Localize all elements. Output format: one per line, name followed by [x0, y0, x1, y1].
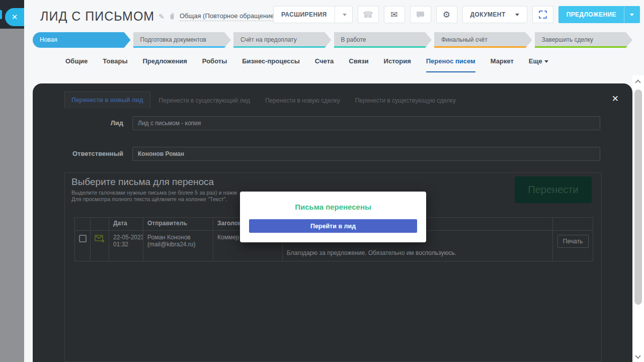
- entity-tabs: ОбщиеТоварыПредложенияРоботыБизнес-проце…: [65, 57, 548, 72]
- tab-Товары[interactable]: Товары: [103, 57, 127, 72]
- background-topbar: ✕: [0, 0, 24, 29]
- background-close-button-sliver: [0, 10, 2, 19]
- stage-Завершить сделку[interactable]: Завершить сделку: [535, 32, 633, 48]
- app-viewport: ✕ Лид с письмом ✎ Общая (Повторное обращ…: [0, 0, 644, 362]
- tab-Перенос писем[interactable]: Перенос писем: [426, 57, 475, 72]
- page-title: Лид с письмом: [40, 9, 154, 24]
- document-button[interactable]: ДОКУМЕНТ: [462, 6, 527, 23]
- tab-История[interactable]: История: [384, 57, 411, 72]
- stage-Новая[interactable]: Новая: [33, 32, 131, 48]
- extensions-button-label[interactable]: РАСШИРЕНИЯ: [274, 7, 335, 23]
- document-button-label[interactable]: ДОКУМЕНТ: [463, 7, 513, 23]
- edit-pencil-icon[interactable]: ✎: [158, 13, 165, 21]
- link-icon[interactable]: [169, 13, 176, 20]
- settings-button[interactable]: ⚙: [436, 6, 457, 23]
- scrollbar[interactable]: [632, 75, 644, 362]
- mail-icon: ✉: [390, 10, 398, 20]
- transfer-tab-Перенести в новую сделку[interactable]: Перенести в новую сделку: [259, 93, 347, 109]
- stage-Подготовка документов[interactable]: Подготовка документов: [133, 32, 231, 48]
- stage-Счёт на предоплату[interactable]: Счёт на предоплату: [233, 32, 332, 48]
- incoming-mail-icon: [95, 234, 105, 243]
- lead-header: Лид с письмом ✎ Общая (Повторное обращен…: [24, 0, 644, 83]
- extensions-button[interactable]: РАСШИРЕНИЯ: [273, 6, 353, 23]
- panel-close-button[interactable]: ✕: [612, 94, 619, 104]
- gear-icon: ⚙: [443, 10, 451, 20]
- scroll-up-arrow[interactable]: [635, 79, 640, 85]
- print-button[interactable]: Печать: [557, 235, 589, 248]
- call-button[interactable]: ☎: [358, 6, 379, 23]
- stage-bar: НоваяПодготовка документовСчёт на предоп…: [33, 32, 632, 48]
- header-checkbox-cell: [75, 218, 91, 231]
- lead-field-label: Лид: [33, 119, 123, 127]
- tab-Бизнес-процессы[interactable]: Бизнес-процессы: [242, 57, 300, 72]
- section-title: Выберите письма для переноса: [71, 176, 214, 188]
- chat-button[interactable]: [410, 6, 431, 23]
- row-date-cell: 22-05-2023 01:32: [109, 231, 143, 261]
- header-actions: РАСШИРЕНИЯ ☎ ✉ ⚙ ДОКУМЕНТ ПРЕДЛОЖЕНИЕ: [273, 6, 640, 23]
- tab-Связи[interactable]: Связи: [349, 57, 368, 72]
- header-sender: Отправитель: [143, 218, 213, 231]
- go-to-lead-button[interactable]: Перейти в лид: [249, 219, 417, 233]
- responsible-input[interactable]: Кононов Роман: [132, 147, 600, 161]
- title-row: Лид с письмом ✎ Общая (Повторное обращен…: [40, 9, 286, 24]
- row-icon-cell: [91, 231, 109, 261]
- responsible-field-label: Ответственный: [33, 150, 123, 157]
- stage-В работе[interactable]: В работе: [334, 32, 432, 48]
- chat-icon: [416, 11, 425, 19]
- tab-Еще[interactable]: Еще: [529, 57, 548, 72]
- chevron-down-icon: [544, 60, 548, 63]
- tab-Счета[interactable]: Счета: [315, 57, 334, 72]
- scroll-down-arrow[interactable]: [635, 353, 640, 358]
- section-hint-line2: Для просмотра полного текста щёлкните на…: [71, 196, 227, 202]
- row-actions-cell: Печать: [553, 231, 593, 261]
- header-icon-cell: [91, 218, 109, 231]
- offer-button-label[interactable]: ПРЕДЛОЖЕНИЕ: [559, 7, 624, 23]
- sender-name: Роман Кононов: [147, 234, 209, 241]
- transfer-tab-Перенести в существующий лид[interactable]: Перенести в существующий лид: [152, 93, 257, 109]
- sender-email: (mail@kibra24.ru): [147, 241, 209, 248]
- extensions-dropdown-arrow[interactable]: [335, 7, 352, 23]
- modal-title: Письма перенесены: [240, 203, 426, 211]
- transfer-button[interactable]: Перенести: [515, 176, 592, 203]
- mail-time: 01:32: [113, 241, 139, 248]
- mail-text-preview[interactable]: Благодарю за предложение. Обязательно им…: [287, 249, 456, 256]
- phone-icon: ☎: [363, 10, 374, 20]
- mail-checkbox[interactable]: [79, 235, 87, 242]
- document-dropdown-arrow[interactable]: [513, 7, 527, 23]
- lead-name-input[interactable]: Лид с письмом - копия: [132, 116, 600, 130]
- offer-button[interactable]: ПРЕДЛОЖЕНИЕ: [558, 6, 640, 23]
- slider-close-button[interactable]: ✕: [5, 8, 24, 26]
- success-modal: Письма перенесены Перейти в лид: [240, 192, 426, 242]
- scrollbar-thumb[interactable]: [634, 89, 642, 305]
- sync-button[interactable]: [532, 6, 553, 23]
- transfer-tab-Перенести в новый лид[interactable]: Перенести в новый лид: [64, 92, 150, 109]
- close-icon: ✕: [12, 13, 18, 21]
- stage-Финальный счёт[interactable]: Финальный счёт: [434, 32, 532, 48]
- pipeline-category-selector[interactable]: Общая (Повторное обращение): [180, 12, 276, 21]
- sync-icon: [538, 10, 548, 20]
- header-date: Дата: [109, 218, 143, 231]
- chevron-down-icon: [515, 14, 519, 16]
- chevron-down-icon: [630, 14, 634, 16]
- close-icon: ✕: [612, 94, 619, 104]
- offer-dropdown-arrow[interactable]: [624, 7, 639, 23]
- tab-Общие[interactable]: Общие: [65, 57, 88, 72]
- background-page-rail: ✕: [0, 0, 24, 362]
- row-checkbox-cell: [75, 231, 91, 261]
- mail-date: 22-05-2023: [113, 234, 139, 241]
- transfer-tab-Перенести в существующую сделку[interactable]: Перенести в существующую сделку: [349, 93, 462, 109]
- row-sender-cell: Роман Кононов (mail@kibra24.ru): [143, 231, 213, 261]
- chevron-down-icon: [343, 14, 347, 16]
- tab-Предложения[interactable]: Предложения: [143, 57, 187, 72]
- section-hint-line1: Выделите галочками нужные письма (не бол…: [71, 190, 237, 196]
- tab-Роботы[interactable]: Роботы: [202, 57, 227, 72]
- transfer-mode-tabs: Перенести в новый лидПеренести в существ…: [64, 92, 462, 109]
- header-actions: [553, 218, 593, 231]
- tab-Маркет[interactable]: Маркет: [491, 57, 514, 72]
- send-email-button[interactable]: ✉: [384, 6, 405, 23]
